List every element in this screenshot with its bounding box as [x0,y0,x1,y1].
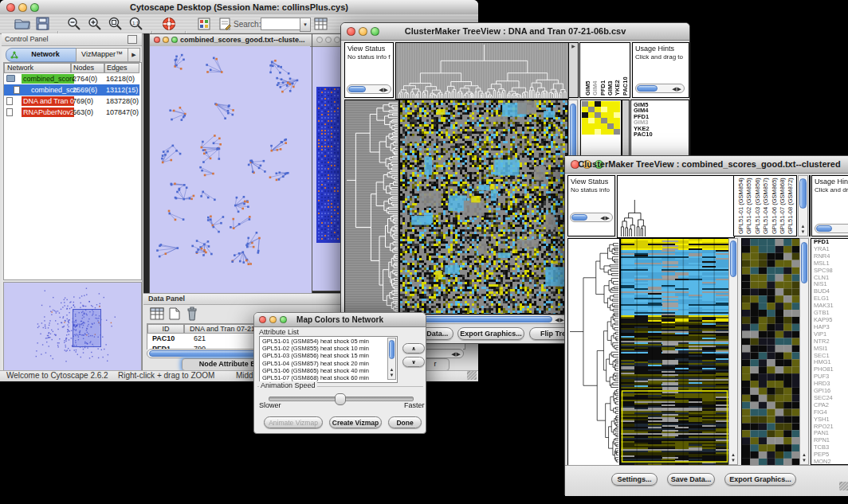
scrollbar-thumb[interactable] [637,85,658,92]
float-panel-icon[interactable] [128,35,137,44]
attribute-select-icon[interactable] [150,307,164,320]
open-file-icon[interactable] [14,17,30,30]
dialog-title-bar[interactable]: Map Colors to Network [254,313,426,327]
animation-speed-slider[interactable] [269,397,414,401]
overview-viewport-rectangle[interactable] [73,309,101,347]
move-up-button[interactable]: ∧ [402,343,425,354]
search-input[interactable] [261,18,300,30]
attribute-list-item[interactable]: GPL51-06 (GSM865) heat shock 40 min [261,367,385,374]
network-overview-panel[interactable] [3,282,142,371]
network-tree-row[interactable]: combined_scores2764(0)16218(0) [4,73,139,84]
column-label[interactable]: GIM3 [607,81,614,96]
zoom-in-icon[interactable] [88,17,102,31]
scrollbar-arrows-icon[interactable]: ◀▶ [379,85,389,94]
column-dendrogram-canvas[interactable] [395,42,569,100]
attribute-list-item[interactable]: GPL51-04 (GSM857) heat shock 20 min [261,360,385,367]
vizmapper-icon[interactable] [198,18,210,30]
column-labels-v-scrollbar[interactable]: ▲▼ [798,175,808,236]
scrollbar-arrows-icon[interactable]: ◀▶ [451,350,461,358]
column-label[interactable]: YKE2 [614,80,621,96]
column-label[interactable]: GPL51-02 (GSM855) [745,178,752,234]
export-graphics-button[interactable]: Export Graphics... [724,473,796,486]
scrollbar-thumb[interactable] [730,240,736,277]
column-dendrogram-canvas[interactable] [617,175,735,238]
zoom-out-icon[interactable] [67,17,81,31]
close-icon[interactable] [154,37,160,43]
slider-thumb[interactable] [335,393,346,405]
annotation-icon[interactable] [218,18,231,30]
column-label[interactable]: GPL51-08 (GSM872) [787,178,794,234]
column-label[interactable]: GPL51-01 (GSM854) [737,178,744,234]
tab-network[interactable]: Network [6,48,77,62]
column-label[interactable]: GPL51-07 (GSM868) [779,178,786,234]
attribute-list-item[interactable]: GPL51-02 (GSM855) heat shock 10 min [261,345,385,352]
heatmap-v-scrollbar[interactable]: ▲▼ [728,238,738,465]
minimize-icon[interactable] [163,37,169,43]
treeview-combined-title-bar[interactable]: ClusterMaker TreeView : combined_scores_… [565,156,848,174]
heatmap-canvas[interactable] [399,100,568,315]
row-gene-label[interactable]: PAC10 [634,131,653,137]
create-vizmap-button[interactable]: Create Vizmap [329,416,382,428]
attribute-list-item[interactable]: GPL51-03 (GSM856) heat shock 15 min [261,352,385,359]
column-header-network[interactable]: Network [4,63,71,73]
settings-button[interactable]: Settings... [611,473,658,486]
scrollbar-thumb[interactable] [801,242,807,283]
network-overview-canvas[interactable] [4,283,139,369]
network-view-canvas[interactable] [150,46,310,294]
usage-hints-h-scrollbar[interactable] [815,224,848,233]
column-label[interactable]: GPL51-03 (GSM856) [754,178,761,234]
scrollbar-thumb[interactable] [389,340,395,359]
scrollbar-thumb[interactable] [799,178,807,209]
column-header-nodes[interactable]: Nodes [71,63,104,73]
window-resize-grip[interactable] [839,482,848,490]
scrollbar-thumb[interactable] [816,225,832,232]
save-data-button[interactable]: Save Data... [667,473,715,486]
attribute-table-icon[interactable] [314,18,328,30]
scroll-strip[interactable]: ▶ [568,42,579,98]
attribute-list-item[interactable]: GPL51-01 (GSM854) heat shock 05 min [261,338,385,345]
column-header-id[interactable]: ID [147,324,184,334]
tab-overflow-button[interactable]: ▶ [128,48,140,62]
network-tree-row[interactable]: combined_sco2569(6)13112(15) [4,84,139,96]
treeview-dna-title-bar[interactable]: ClusterMaker TreeView : DNA and Tran 07-… [341,23,689,41]
done-button[interactable]: Done [388,416,422,428]
scrollbar-thumb[interactable] [348,86,366,92]
view-status-h-scrollbar[interactable]: ◀▶ [570,213,613,222]
export-graphics-button[interactable]: Export Graphics... [457,327,524,340]
network-tree-row[interactable]: RNAPuberNov2+563(0)107847(0) [4,107,139,118]
scrollbar-arrows-icon[interactable]: ◀▶ [600,213,610,222]
column-header-edges[interactable]: Edges [104,63,139,73]
scrollbar-arrows-icon[interactable]: ▲▼ [800,452,808,463]
save-icon[interactable] [36,17,49,30]
attribute-list[interactable]: GPL51-01 (GSM854) heat shock 05 minGPL51… [259,336,398,383]
network-tree-row[interactable]: DNA and Tran 07769(0)183728(0) [4,96,139,107]
column-label[interactable]: GPL51-06 (GSM865) [771,178,778,234]
search-dropdown-arrow-icon[interactable]: ▾ [300,18,311,32]
column-label[interactable]: PFD1 [599,80,607,96]
zoom-fit-icon[interactable]: 1:1 [129,17,143,31]
animate-vizmap-button[interactable]: Animate Vizmap [264,416,323,428]
expression-v-scrollbar[interactable]: ▲▼ [799,238,809,465]
row-dendrogram-canvas[interactable] [567,238,620,467]
move-down-button[interactable]: ∨ [402,357,425,367]
gene-label[interactable]: MON2 [811,459,848,465]
help-lifering-icon[interactable] [162,17,176,31]
close-icon[interactable] [316,37,323,43]
zoom-window-icon[interactable] [334,37,340,43]
delete-attribute-trash-icon[interactable] [186,307,198,321]
window-resize-grip[interactable] [467,371,477,380]
main-title-bar[interactable]: Cytoscape Desktop (Session Name: collins… [0,0,478,15]
usage-hints-h-scrollbar[interactable]: ◀▶ [635,84,685,93]
scrollbar-arrows-icon[interactable]: ◀▶ [672,84,682,93]
tab-vizmapper[interactable]: VizMapper™ [76,48,128,62]
column-label[interactable]: PAC10 [622,76,629,96]
new-attribute-icon[interactable] [169,307,180,320]
attribute-list-v-scrollbar[interactable]: ▲▼ [387,338,396,380]
scrollbar-arrows-icon[interactable]: ▲▼ [799,224,807,235]
scrollbar-thumb[interactable] [571,214,587,221]
column-label[interactable]: GIM5 [584,81,591,96]
heatmap-canvas[interactable] [620,238,730,467]
attribute-list-item[interactable]: GPL51-07 (GSM868) heat shock 60 min [261,374,385,381]
row-dendrogram-canvas[interactable] [344,100,399,315]
scrollbar-arrows-icon[interactable]: ▲▼ [729,452,737,463]
